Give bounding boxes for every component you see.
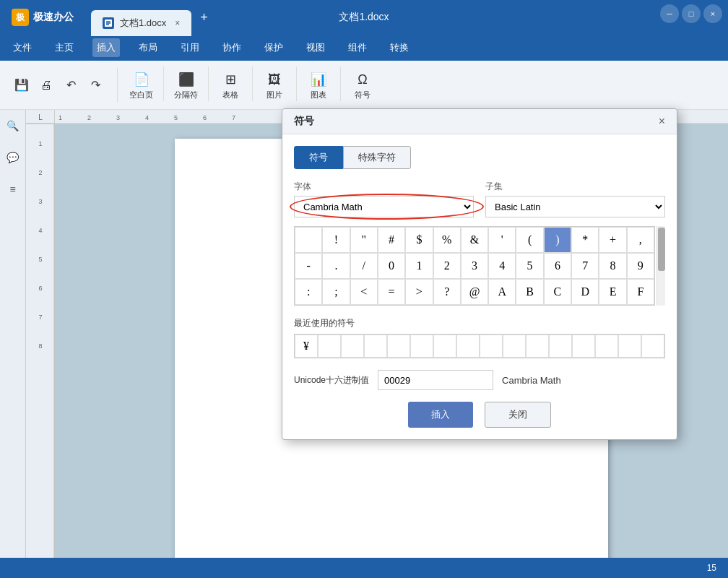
toolbar-btn-0[interactable]: 📄空白页 [124,66,159,103]
menu-item-0[interactable]: 文件 [9,38,36,57]
unicode-font-name: Cambria Math [502,375,561,386]
minimize-button[interactable]: ─ [660,4,679,23]
symbol-cell-9[interactable]: ) [544,227,571,253]
symbol-cell-1[interactable]: ! [322,227,350,253]
recent-cell-1[interactable] [318,335,341,358]
symbol-cell-26[interactable]: : [295,279,322,305]
symbol-cell-10[interactable]: * [571,227,599,253]
symbol-dialog[interactable]: 符号 × 符号特殊字符 字体 Cambria Math Arial Times … [282,108,677,440]
symbol-cell-15[interactable]: / [350,253,378,279]
symbol-cell-32[interactable]: @ [461,279,488,305]
symbol-cell-35[interactable]: C [544,279,571,305]
symbol-cell-20[interactable]: 4 [488,253,516,279]
dialog-tab-0[interactable]: 符号 [294,146,343,169]
doc-tab[interactable]: 文档1.docx × [91,10,191,36]
menu-item-4[interactable]: 引用 [176,38,204,57]
symbol-cell-36[interactable]: D [571,279,599,305]
recent-cell-9[interactable] [503,335,526,358]
close-button[interactable]: 关闭 [485,402,551,428]
symbol-scrollbar[interactable] [656,226,665,306]
symbol-cell-21[interactable]: 5 [516,253,543,279]
menu-item-3[interactable]: 布局 [134,38,162,57]
window-close-button[interactable]: × [703,4,722,23]
symbol-cell-30[interactable]: > [405,279,433,305]
svg-text:3: 3 [116,114,120,121]
symbol-cell-31[interactable]: ? [433,279,461,305]
menu-item-2[interactable]: 插入 [92,38,120,57]
recent-cell-6[interactable] [433,335,456,358]
toolbar-btn-4[interactable]: 📊图表 [301,66,336,103]
symbol-cell-18[interactable]: 2 [433,253,461,279]
recent-cell-13[interactable] [595,335,618,358]
symbol-cell-28[interactable]: < [350,279,378,305]
sidebar-comment-icon[interactable]: 💬 [3,147,23,168]
scrollbar-thumb [658,228,665,271]
symbol-cell-24[interactable]: 8 [599,253,626,279]
sidebar-search-icon[interactable]: 🔍 [3,116,23,136]
symbol-cell-22[interactable]: 6 [544,253,571,279]
symbol-cell-27[interactable]: ; [322,279,350,305]
symbol-cell-6[interactable]: & [461,227,488,253]
recent-cell-2[interactable] [341,335,364,358]
symbol-cell-17[interactable]: 1 [405,253,433,279]
undo-button[interactable]: ↶ [61,75,81,95]
toolbar-btn-3[interactable]: 🖼图片 [257,66,292,103]
menu-item-9[interactable]: 转换 [386,38,413,57]
recent-cell-10[interactable] [526,335,549,358]
symbol-cell-16[interactable]: 0 [378,253,405,279]
toolbar-btn-1[interactable]: ⬛分隔符 [168,66,204,103]
symbol-cell-2[interactable]: " [350,227,378,253]
toolbar-btn-2[interactable]: ⊞表格 [213,66,248,103]
symbol-cell-8[interactable]: ( [516,227,543,253]
symbol-cell-13[interactable]: - [295,253,322,279]
redo-button[interactable]: ↷ [85,75,105,95]
symbol-cell-23[interactable]: 7 [571,253,599,279]
symbol-cell-14[interactable]: . [322,253,350,279]
symbol-cell-0[interactable] [295,227,322,253]
subset-select[interactable]: Basic Latin Latin Extended Mathematical [485,196,665,217]
menu-item-8[interactable]: 组件 [344,38,371,57]
svg-text:2: 2 [38,169,42,176]
recent-cell-14[interactable] [618,335,641,358]
dialog-close-button[interactable]: × [659,115,665,128]
symbol-cell-34[interactable]: B [516,279,543,305]
recent-cell-0[interactable]: ¥ [295,335,318,358]
symbol-cell-38[interactable]: F [627,279,654,305]
symbol-cell-4[interactable]: $ [405,227,433,253]
symbol-cell-33[interactable]: A [488,279,516,305]
recent-cell-5[interactable] [410,335,433,358]
symbol-cell-25[interactable]: 9 [627,253,654,279]
sidebar-list-icon[interactable]: ≡ [3,179,23,199]
recent-cell-8[interactable] [480,335,503,358]
symbol-cell-37[interactable]: E [599,279,626,305]
recent-cell-12[interactable] [572,335,595,358]
unicode-input[interactable] [378,370,493,390]
symbol-cell-11[interactable]: + [599,227,626,253]
maximize-button[interactable]: □ [682,4,701,23]
font-select[interactable]: Cambria Math Arial Times New Roman [294,196,474,217]
symbol-cell-19[interactable]: 3 [461,253,488,279]
symbol-cell-3[interactable]: # [378,227,405,253]
recent-cell-3[interactable] [364,335,387,358]
recent-cell-15[interactable] [641,335,664,358]
menu-item-1[interactable]: 主页 [51,38,78,57]
symbol-cell-7[interactable]: ' [488,227,516,253]
toolbar-btn-5[interactable]: Ω符号 [345,66,380,103]
menu-item-6[interactable]: 保护 [260,38,287,57]
recent-cell-4[interactable] [387,335,410,358]
symbol-cell-5[interactable]: % [433,227,461,253]
dialog-tab-1[interactable]: 特殊字符 [343,146,411,169]
tab-close-button[interactable]: × [175,18,180,28]
save-quick-button[interactable]: 💾 [12,75,32,95]
menu-item-5[interactable]: 协作 [218,38,246,57]
new-tab-button[interactable]: + [191,10,217,25]
symbol-cell-29[interactable]: = [378,279,405,305]
print-quick-button[interactable]: 🖨 [36,75,56,95]
vertical-ruler: 1 2 3 4 5 6 7 8 [26,124,55,558]
toolbar-divider-6 [340,66,341,101]
recent-cell-7[interactable] [456,335,480,358]
symbol-cell-12[interactable]: , [627,227,654,253]
recent-cell-11[interactable] [549,335,572,358]
menu-item-7[interactable]: 视图 [302,38,329,57]
insert-button[interactable]: 插入 [408,402,473,428]
